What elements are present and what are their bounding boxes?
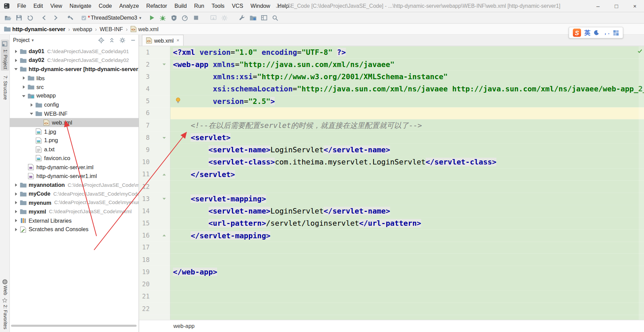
code-text-line-10[interactable]: <servlet-class>com.itheima.myservlet.Log… [170, 156, 644, 168]
code-text-line-6[interactable] [170, 107, 644, 119]
line-number[interactable]: 18 [139, 256, 149, 264]
line-number[interactable]: 7 [139, 122, 149, 129]
tree-item-libs[interactable]: libs [10, 74, 139, 83]
chevron-collapsed-icon[interactable] [12, 209, 19, 215]
menu-item-navigate[interactable]: Navigate [66, 0, 95, 12]
tree-item-myxml[interactable]: myxmlC:\IdeaProject\JavaSE_Code\myxml [10, 207, 139, 216]
tree-item-web-xml[interactable]: <>web.xml [10, 118, 139, 127]
code-text-line-2[interactable]: <web-app xmlns="http://java.sun.com/xml/… [170, 58, 644, 70]
tree-item-config[interactable]: config [10, 101, 139, 109]
toolwindow-icon[interactable] [2, 41, 7, 47]
code-text-line-11[interactable]: </servlet> [170, 168, 644, 180]
code-text-line-22[interactable] [170, 303, 644, 315]
code-text-line-15[interactable]: <url-pattern>/servlet/loginservlet</url-… [170, 217, 644, 229]
gear-arrows-icon[interactable] [219, 13, 230, 23]
code-text-line-20[interactable] [170, 278, 644, 290]
line-number[interactable]: 13 [139, 195, 149, 203]
coverage-icon[interactable] [168, 13, 180, 23]
tree-item-http-dynamic-server-iml[interactable]: http-dynamic-server.iml [10, 163, 139, 172]
chevron-collapsed-icon[interactable] [12, 191, 19, 197]
tree-item-web-inf[interactable]: WEB-INF [10, 109, 139, 118]
tree-item-mycode[interactable]: myCodeC:\IdeaProject\JavaSE_Code\myCode [10, 190, 139, 198]
code-text-line-12[interactable] [170, 180, 644, 193]
moon-icon[interactable] [594, 30, 600, 36]
line-number[interactable]: 20 [139, 281, 149, 288]
toolwindow-tab-web[interactable]: Web [3, 286, 7, 295]
ime-language-indicator[interactable]: 英 [584, 29, 590, 37]
chevron-collapsed-icon[interactable] [12, 48, 19, 54]
layout-icon[interactable] [258, 13, 270, 23]
code-text-line-5[interactable]: version="2.5"> [170, 95, 644, 107]
chevron-collapsed-icon[interactable] [12, 182, 19, 188]
code-text-line-3[interactable]: xmlns:xsi="http://www.w3.org/2001/XMLSch… [170, 71, 644, 83]
tree-item-http-dynamic-server1-iml[interactable]: http-dynamic-server1.iml [10, 172, 139, 180]
code-text-line-21[interactable] [170, 290, 644, 303]
minimize-button[interactable]: – [589, 0, 607, 12]
menu-item-edit[interactable]: Edit [30, 0, 47, 12]
tree-item-http-dynamic-server-http-dynamic-server1[interactable]: http-dynamic-server [http-dynamic-server… [10, 65, 139, 73]
punctuation-icon[interactable]: ，. [603, 29, 609, 37]
locate-file-button[interactable] [97, 36, 105, 44]
code-text-line-16[interactable]: </servlet-mapping> [170, 229, 644, 242]
menu-item-run[interactable]: Run [190, 0, 208, 12]
fold-start-icon[interactable] [158, 196, 170, 202]
menu-item-vcs[interactable]: VCS [228, 0, 247, 12]
line-number[interactable]: 15 [139, 220, 149, 227]
tree-item-myannotation[interactable]: myannotationC:\IdeaProject\JavaSE_Code\m… [10, 180, 139, 189]
panel-settings-gear-icon[interactable] [118, 36, 126, 44]
code-text-line-9[interactable]: <servlet-name>LoginServlet</servlet-name… [170, 144, 644, 156]
line-number[interactable]: 17 [139, 244, 149, 251]
tree-item-src[interactable]: src [10, 83, 139, 91]
chevron-collapsed-icon[interactable] [12, 218, 19, 223]
line-number[interactable]: 5 [139, 97, 149, 105]
line-number[interactable]: 3 [139, 73, 149, 81]
debug-icon[interactable] [157, 13, 168, 23]
code-text-line-17[interactable] [170, 242, 644, 254]
chevron-collapsed-icon[interactable] [20, 84, 27, 90]
tree-item-1-jpg[interactable]: 1.jpg [10, 127, 139, 136]
maximize-button[interactable]: □ [607, 0, 625, 12]
collapse-all-button[interactable] [107, 36, 116, 44]
menu-item-analyze[interactable]: Analyze [116, 0, 143, 12]
code-text-line-8[interactable]: <servlet> [170, 132, 644, 144]
fold-end-icon[interactable] [158, 233, 170, 238]
search-icon[interactable] [270, 13, 281, 23]
run-icon[interactable] [146, 13, 158, 23]
tree-item-external-libraries[interactable]: External Libraries [10, 216, 139, 225]
toolwindow-tab-structure[interactable]: 7: Structure [3, 75, 7, 100]
line-number[interactable]: 6 [139, 110, 149, 117]
breadcrumb-web-xml[interactable]: <>web.xml [130, 26, 159, 32]
line-number[interactable]: 21 [139, 293, 149, 300]
code-text-line-4[interactable]: xsi:schemaLocation="http://java.sun.com/… [170, 83, 644, 95]
menu-item-build[interactable]: Build [171, 0, 190, 12]
line-number[interactable]: 16 [139, 232, 149, 239]
save-icon[interactable] [14, 13, 25, 23]
editor-scrollbar[interactable] [639, 46, 644, 320]
run-config-selector[interactable]: *ThreadStateDemo3▾ [81, 15, 142, 21]
line-number[interactable]: 19 [139, 268, 149, 276]
chevron-collapsed-icon[interactable] [12, 227, 19, 233]
window-arrow-icon[interactable] [208, 13, 219, 23]
forward-icon[interactable] [50, 13, 61, 23]
line-number[interactable]: 12 [139, 183, 149, 191]
tree-item-day01[interactable]: day01C:\IdeaProject\JavaSE_Code\day01 [10, 47, 139, 56]
line-number[interactable]: 9 [139, 146, 149, 154]
line-number[interactable]: 11 [139, 171, 149, 178]
breadcrumb-webapp[interactable]: webapp [73, 26, 92, 32]
tree-item-favicon-ico[interactable]: favicon.ico [10, 154, 139, 163]
fold-end-icon[interactable] [158, 172, 170, 177]
wrench-icon[interactable] [236, 13, 248, 23]
toolbox-grid-icon[interactable] [613, 30, 619, 36]
build-icon[interactable] [64, 13, 75, 23]
project-panel-title[interactable]: Project ▾ [13, 37, 34, 43]
breadcrumb-http-dynamic-server[interactable]: http-dynamic-server [4, 26, 65, 32]
menu-item-file[interactable]: File [14, 0, 30, 12]
chevron-expanded-icon[interactable] [28, 111, 35, 117]
menu-item-code[interactable]: Code [95, 0, 116, 12]
sync-icon[interactable] [24, 13, 36, 23]
project-horizontal-scrollbar[interactable] [11, 325, 137, 327]
tree-item-a-txt[interactable]: a.txt [10, 145, 139, 154]
chevron-collapsed-icon[interactable] [12, 58, 19, 63]
code-text-line-19[interactable]: </web-app> [170, 266, 644, 278]
project-structure-icon[interactable] [248, 13, 259, 23]
